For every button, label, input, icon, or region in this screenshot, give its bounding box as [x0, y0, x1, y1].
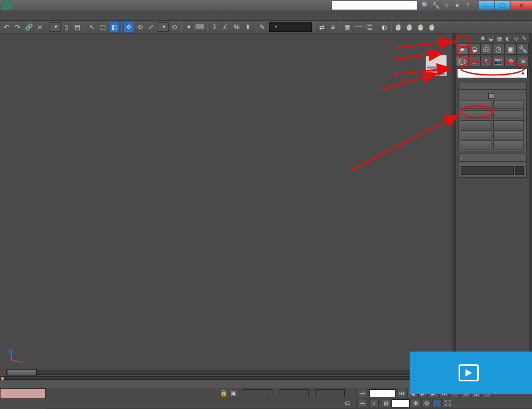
undo-icon[interactable]: ↶ — [1, 22, 12, 32]
tab-utilities[interactable]: 🔧 — [517, 43, 529, 55]
extra-icon-3[interactable]: ▦ — [497, 35, 502, 42]
align-icon[interactable]: ≡ — [328, 22, 338, 32]
angle-snap-icon[interactable]: ∠ — [220, 22, 231, 32]
render-frame-icon[interactable]: 🍵 — [404, 22, 415, 32]
maximize-button[interactable]: ☐ — [495, 1, 510, 10]
tab-motion[interactable]: ◷ — [492, 43, 504, 55]
menu-create[interactable] — [27, 14, 33, 16]
selection-filter-combo[interactable]: ▼ — [49, 22, 61, 32]
prim-tube[interactable] — [493, 120, 525, 129]
menu-help[interactable] — [71, 14, 78, 16]
rollout-objecttype[interactable]: - — [458, 82, 527, 90]
setkey-large-icon[interactable]: ⊸ — [358, 399, 367, 407]
extra-icon-6[interactable]: ✎ — [522, 35, 527, 42]
nav-pan-icon[interactable]: ✥ — [411, 399, 420, 407]
menu-customize[interactable] — [59, 14, 65, 16]
prim-pyramid[interactable] — [493, 130, 525, 139]
render-prod-icon[interactable]: 🍵 — [427, 22, 437, 32]
object-name-input[interactable] — [461, 166, 514, 175]
goto-start-icon[interactable]: ⏮ — [397, 389, 406, 397]
minilistener[interactable] — [0, 388, 46, 399]
prim-torus[interactable] — [461, 130, 492, 139]
favorite-icon[interactable]: ★ — [453, 2, 461, 9]
minimize-button[interactable]: — — [479, 1, 494, 10]
manipulate-icon[interactable]: ✦ — [184, 22, 194, 32]
window-crossing-icon[interactable]: ◧ — [109, 22, 120, 32]
select-move-icon[interactable]: ✥ — [123, 22, 134, 32]
unlink-icon[interactable]: ⤫ — [35, 22, 45, 32]
tab-hierarchy[interactable]: 品 — [480, 43, 493, 55]
select-icon[interactable]: ▯ — [61, 22, 72, 32]
tab-create[interactable]: ✺ — [456, 43, 468, 55]
menu-modifiers[interactable] — [33, 14, 39, 16]
select-object-icon[interactable]: ↖ — [87, 22, 97, 32]
spinner-snap-icon[interactable]: ⬍ — [243, 22, 253, 32]
prim-cone[interactable] — [493, 100, 525, 109]
select-region-icon[interactable]: ◫ — [98, 22, 109, 32]
prim-box[interactable] — [461, 100, 492, 109]
render-setup-icon[interactable]: 🍵 — [393, 22, 404, 32]
extra-icon-1[interactable]: ✺ — [480, 35, 485, 42]
key-mode-icon[interactable]: ⊸ — [358, 389, 367, 397]
layers-icon[interactable]: ▦ — [342, 22, 353, 32]
nav-maximize-icon[interactable]: ⛶ — [443, 399, 452, 407]
menu-edit[interactable] — [1, 14, 7, 16]
viewport[interactable]: zx — [0, 34, 455, 369]
time-config-btn[interactable]: ⊞ — [381, 399, 390, 407]
menu-animation[interactable] — [39, 14, 46, 16]
star-icon[interactable]: ☆ — [443, 2, 450, 9]
pivot-icon[interactable]: ⊙ — [169, 22, 180, 32]
redo-icon[interactable]: ↷ — [12, 22, 23, 32]
help-search-input[interactable] — [332, 1, 417, 10]
nav-orbit-icon[interactable]: ⟲ — [421, 399, 431, 407]
menu-grapheditors[interactable] — [46, 14, 52, 16]
tab-modify[interactable]: ◒ — [468, 43, 480, 55]
search-icon[interactable]: 🔍 — [421, 2, 429, 9]
isolate-icon[interactable]: ▣ — [231, 390, 236, 397]
render-icon[interactable]: 🍵 — [415, 22, 426, 32]
tag-icon[interactable]: 🏷 — [344, 400, 350, 406]
menu-view[interactable] — [20, 14, 27, 16]
extra-icon-5[interactable]: ⊚ — [514, 35, 519, 42]
nav-walk-icon[interactable]: 👣 — [432, 399, 442, 407]
extra-icon-2[interactable]: ◒ — [488, 35, 494, 42]
select-scale-icon[interactable]: ⤢ — [146, 22, 156, 32]
percent-snap-icon[interactable]: % — [231, 22, 242, 32]
viewport-scroll[interactable] — [452, 34, 455, 369]
autogrid-checkbox[interactable] — [461, 92, 524, 100]
ref-coord-combo[interactable]: ▼ — [157, 22, 169, 32]
time-slider-thumb[interactable] — [7, 369, 37, 376]
keyfilter-icon[interactable]: ♪ — [369, 399, 379, 407]
prim-teapot[interactable] — [461, 140, 492, 149]
coord-x[interactable] — [243, 389, 272, 397]
coord-z[interactable] — [315, 389, 345, 397]
subtab-systems[interactable]: ≋ — [517, 56, 529, 66]
snap-toggle-icon[interactable]: 3 — [209, 22, 220, 32]
material-editor-icon[interactable]: ◐ — [379, 22, 389, 32]
link-icon[interactable]: 🔗 — [23, 22, 34, 32]
object-color-swatch[interactable] — [515, 166, 524, 175]
curve-editor-icon[interactable]: 〰 — [353, 22, 364, 32]
select-rotate-icon[interactable]: ⟲ — [135, 22, 145, 32]
app-icon[interactable] — [2, 1, 12, 10]
menu-tools[interactable] — [7, 14, 14, 16]
select-name-icon[interactable]: ▤ — [72, 22, 83, 32]
coord-y[interactable] — [279, 389, 309, 397]
named-selection-combo[interactable]: ▼ — [269, 22, 312, 32]
prim-cylinder[interactable] — [461, 120, 492, 129]
mirror-icon[interactable]: ⇄ — [317, 22, 327, 32]
current-frame-input[interactable] — [392, 399, 410, 407]
menu-maxscript[interactable] — [65, 14, 71, 16]
prim-geosphere[interactable] — [493, 110, 525, 119]
help-icon[interactable]: ? — [464, 2, 471, 9]
subtab-shapes[interactable]: ◡ — [468, 56, 480, 66]
lock-icon[interactable]: 🔒 — [220, 389, 228, 397]
named-sel-edit-icon[interactable]: ✎ — [257, 22, 268, 32]
prim-plane[interactable] — [493, 140, 525, 149]
close-button[interactable]: ✕ — [511, 1, 532, 10]
keyboard-shortcut-icon[interactable]: ⌨ — [195, 22, 205, 32]
subtab-lights[interactable]: ✦ — [480, 56, 493, 66]
category-dropdown[interactable]: ▼ — [457, 69, 528, 78]
schematic-icon[interactable]: ⿻ — [364, 22, 375, 32]
subtab-geometry[interactable]: ◯ — [456, 56, 468, 66]
